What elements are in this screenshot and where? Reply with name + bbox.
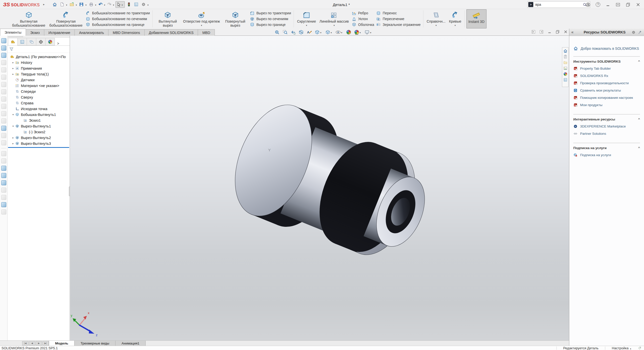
tab-mbd-dimensions[interactable]: MBD Dimensions [108, 29, 144, 36]
zoom-fit-button[interactable] [274, 29, 280, 35]
customization-menu[interactable]: Настройка▴ [612, 346, 631, 350]
tab-feature-tree[interactable] [8, 38, 18, 46]
intersect-button[interactable]: Пересечение [376, 16, 421, 22]
pane-left-icon[interactable] [531, 30, 536, 34]
appearances-icon[interactable] [563, 72, 568, 76]
move-copy-button[interactable]: Перенос [376, 10, 421, 16]
stepped-shaft-part[interactable] [220, 94, 442, 274]
panel-tab-overflow[interactable]: > [57, 41, 59, 46]
view-orientation-button[interactable] [314, 29, 323, 35]
dropdown-arrow-icon[interactable]: ▾ [306, 24, 307, 27]
next-tab-button[interactable]: ▶ [36, 341, 42, 345]
welcome-link[interactable]: Добро пожаловать в SOLIDWORKS [573, 46, 640, 51]
dropdown-arrow-icon[interactable]: ▾ [201, 24, 202, 27]
view-palette-icon[interactable] [563, 66, 568, 70]
dropdown-arrow-icon[interactable] [66, 3, 67, 7]
tree-item-sensors[interactable]: Датчики [8, 77, 70, 83]
collapse-section-icon[interactable]: ^ [638, 60, 640, 63]
solidworks-logo[interactable]: ЗS SOLID WORKS [3, 2, 40, 8]
feature-tool-icon[interactable] [1, 97, 6, 102]
boundary-cut-button[interactable]: Вырез по границе [250, 22, 291, 27]
select-tool-button[interactable] [115, 1, 125, 8]
pane-options-gear-icon[interactable] [631, 30, 636, 34]
previous-view-button[interactable] [290, 29, 296, 35]
tree-item-sketch2[interactable]: (-) Эскиз2 [8, 129, 70, 135]
lofted-cut-button[interactable]: Вырез по сечениям [250, 16, 291, 22]
doc-restore-icon[interactable] [555, 30, 560, 34]
my-products-link[interactable]: Мои продукты [573, 101, 640, 109]
tree-item-annotations[interactable]: ▸ Примечания [8, 65, 70, 71]
tree-item-history[interactable]: ▸ History [8, 60, 70, 65]
swept-boss-button[interactable]: Бобышка/основание по траектории [86, 10, 150, 16]
open-button[interactable] [68, 1, 75, 8]
tree-item-origin[interactable]: Исходная точка [8, 106, 70, 112]
feature-tool-icon[interactable] [1, 89, 6, 94]
tab-evaluate[interactable]: Анализировать [74, 29, 108, 36]
feature-tool-icon[interactable] [1, 126, 6, 131]
tree-root[interactable]: Деталь1 (По умолчанию<<По [8, 54, 70, 60]
tab-3d-views[interactable]: Трехмерные виды [74, 341, 115, 346]
boundary-boss-button[interactable]: Бобышка/основание на границе [86, 22, 150, 27]
save-button[interactable] [78, 1, 85, 8]
feature-tool-icon[interactable] [1, 151, 6, 156]
expand-arrow-icon[interactable]: ▸ [11, 136, 15, 139]
tab-solidworks-addins[interactable]: Добавления SOLIDWORKS [144, 29, 198, 36]
expand-arrow-icon[interactable]: ▸ [11, 67, 15, 70]
property-tab-builder-link[interactable]: Property Tab Builder [573, 65, 640, 72]
compare-results-link[interactable]: Сравнить мои результаты [573, 87, 640, 94]
expand-arrow-icon[interactable]: ▾ [11, 125, 15, 127]
feature-tool-icon[interactable] [1, 195, 6, 200]
revolved-boss-button[interactable]: Повернутая бобышка/основание [47, 9, 85, 28]
tag-icon[interactable] [638, 346, 641, 350]
close-icon[interactable] [636, 2, 640, 7]
rollback-bar[interactable] [8, 147, 69, 148]
collapse-section-icon[interactable]: ^ [638, 118, 640, 121]
linear-pattern-button[interactable]: Линейный массив ▾ [318, 9, 351, 28]
feature-tool-icon[interactable] [1, 67, 6, 72]
extruded-boss-button[interactable]: Вытянутая бобышка/основание [10, 9, 47, 28]
partner-solutions-link[interactable]: Partner Solutions [573, 130, 640, 137]
span-displays-icon[interactable] [616, 2, 620, 7]
tree-item-cut-extrude1[interactable]: ▾ Вырез-Вытянуть1 [8, 123, 70, 129]
dropdown-arrow-icon[interactable] [85, 3, 87, 7]
zoom-area-button[interactable] [282, 29, 288, 35]
collapse-pane-icon[interactable]: « [571, 30, 578, 34]
feature-tool-icon[interactable] [1, 118, 6, 123]
shell-button[interactable]: Оболочка [352, 22, 374, 27]
expand-arrow-icon[interactable]: ▸ [11, 73, 15, 75]
tree-filter[interactable] [8, 46, 70, 53]
home-button[interactable] [51, 1, 58, 8]
file-explorer-icon[interactable] [563, 60, 568, 65]
feature-tool-icon[interactable] [1, 38, 6, 43]
dropdown-arrow-icon[interactable]: ▾ [334, 24, 335, 27]
mirror-button[interactable]: Зеркальное отражение [376, 22, 421, 27]
tree-item-cut-extrude2[interactable]: ▸ Вырез-Вытянуть2 [8, 135, 70, 141]
copy-settings-wizard-link[interactable]: Помощник копирования настроек [573, 94, 640, 101]
tab-dimxpert[interactable] [36, 38, 46, 46]
feature-tool-icon[interactable] [1, 202, 6, 207]
redo-button[interactable]: ↷ [106, 1, 113, 8]
account-icon[interactable] [586, 2, 590, 7]
swept-cut-button[interactable]: Вырез по траектории [250, 10, 291, 16]
dropdown-arrow-icon[interactable] [320, 30, 321, 34]
annotation-visibility-button[interactable] [306, 29, 312, 35]
display-settings-button[interactable] [133, 1, 140, 8]
dropdown-arrow-icon[interactable] [147, 3, 149, 7]
menu-expand-arrow-icon[interactable]: ▸ [43, 3, 45, 6]
collapse-section-icon[interactable]: ^ [638, 147, 640, 150]
draft-button[interactable]: Уклон [352, 16, 374, 22]
expand-arrow-icon[interactable]: ▸ [11, 142, 15, 145]
tree-item-front-plane[interactable]: Спереди [8, 89, 70, 94]
feature-tool-icon[interactable] [1, 166, 6, 171]
tab-sketch[interactable]: Эскиз [26, 29, 44, 36]
undo-button[interactable]: ↶ [97, 1, 104, 8]
extruded-cut-button[interactable]: Вытянутый вырез [154, 9, 181, 28]
tree-item-right-plane[interactable]: Справа [8, 100, 70, 106]
feature-tool-icon[interactable] [1, 82, 6, 87]
resources-home-icon[interactable] [563, 49, 568, 53]
feature-tool-icon[interactable] [1, 158, 6, 163]
tree-item-sketch1[interactable]: Эскиз1 [8, 117, 70, 123]
restore-icon[interactable] [626, 2, 630, 7]
section-subscription[interactable]: Подписка на услуги ^ [573, 146, 640, 150]
display-style-button[interactable] [325, 29, 334, 35]
